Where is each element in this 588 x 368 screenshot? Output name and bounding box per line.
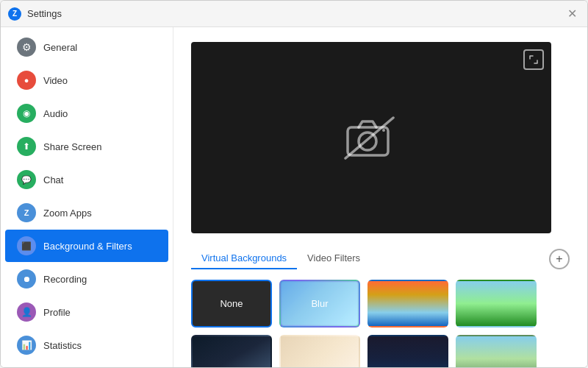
background-grid-row2 [191, 335, 570, 367]
camera-preview [191, 42, 551, 233]
general-icon: ⚙ [17, 38, 36, 57]
sidebar-label-video: Video [43, 75, 68, 86]
sidebar-label-profile: Profile [43, 307, 71, 318]
statistics-icon: 📊 [17, 336, 36, 355]
titlebar: Z Settings ✕ [1, 1, 587, 27]
sidebar-label-chat: Chat [43, 174, 63, 185]
sidebar-label-zoom-apps: Zoom Apps [43, 208, 92, 219]
sidebar-item-profile[interactable]: 👤 Profile [5, 296, 168, 328]
background-outdoor[interactable] [456, 335, 537, 367]
sidebar-item-video[interactable]: ● Video [5, 64, 168, 96]
background-none-label: None [193, 281, 270, 326]
sidebar-label-audio: Audio [43, 108, 68, 119]
sidebar-item-statistics[interactable]: 📊 Statistics [5, 329, 168, 361]
background-grid-row1: None Blur [191, 280, 570, 328]
background-none[interactable]: None [191, 280, 272, 328]
background-filters-icon: ⬛ [17, 236, 36, 255]
video-icon: ● [17, 71, 36, 90]
add-background-button[interactable]: + [549, 249, 570, 269]
share-screen-icon: ⬆ [17, 137, 36, 156]
background-animated1[interactable] [191, 335, 272, 367]
settings-window: Z Settings ✕ ⚙ General ● Video ◉ Audio [0, 0, 588, 368]
sidebar-label-statistics: Statistics [43, 340, 82, 351]
sidebar-item-audio[interactable]: ◉ Audio [5, 97, 168, 130]
tabs-left: Virtual Backgrounds Video Filters [191, 248, 370, 269]
main-content: ⚙ General ● Video ◉ Audio ⬆ Share Screen… [1, 27, 587, 367]
svg-line-3 [345, 118, 393, 158]
sidebar-item-background-filters[interactable]: ⬛ Background & Filters [5, 230, 168, 262]
tab-virtual-backgrounds[interactable]: Virtual Backgrounds [191, 248, 297, 269]
sidebar-label-recording: Recording [43, 274, 87, 285]
chat-icon: 💬 [17, 170, 36, 189]
camera-resize-button[interactable] [523, 49, 544, 70]
camera-off-graphic [342, 114, 401, 162]
background-animated2[interactable] [279, 335, 360, 367]
recording-icon: ⏺ [17, 269, 36, 289]
content-area: Virtual Backgrounds Video Filters + None… [173, 27, 587, 367]
resize-icon [528, 54, 539, 65]
window-title: Settings [27, 8, 62, 19]
sidebar-label-general: General [43, 42, 77, 53]
background-blur-label: Blur [281, 281, 359, 326]
background-golden-gate[interactable] [368, 280, 448, 328]
background-studio[interactable] [368, 335, 448, 367]
sidebar-item-chat[interactable]: 💬 Chat [5, 163, 168, 196]
tab-video-filters[interactable]: Video Filters [297, 248, 370, 269]
audio-icon: ◉ [17, 104, 36, 123]
sidebar-item-keyboard-shortcuts[interactable]: ⌨ Keyboard Shortcuts [5, 362, 168, 367]
sidebar-item-general[interactable]: ⚙ General [5, 31, 168, 63]
background-tabs: Virtual Backgrounds Video Filters + [191, 248, 570, 269]
sidebar-item-zoom-apps[interactable]: Z Zoom Apps [5, 197, 168, 229]
app-icon: Z [8, 7, 21, 21]
titlebar-left: Z Settings [8, 7, 62, 21]
sidebar-label-share-screen: Share Screen [43, 141, 102, 152]
svg-point-2 [382, 129, 385, 132]
background-blur[interactable]: Blur [279, 280, 360, 328]
close-button[interactable]: ✕ [564, 7, 580, 21]
sidebar-label-background-filters: Background & Filters [43, 241, 132, 252]
background-nature[interactable] [456, 280, 537, 328]
zoom-apps-icon: Z [17, 203, 36, 222]
sidebar-item-share-screen[interactable]: ⬆ Share Screen [5, 130, 168, 163]
profile-icon: 👤 [17, 302, 36, 322]
sidebar: ⚙ General ● Video ◉ Audio ⬆ Share Screen… [1, 27, 173, 367]
sidebar-item-recording[interactable]: ⏺ Recording [5, 263, 168, 295]
